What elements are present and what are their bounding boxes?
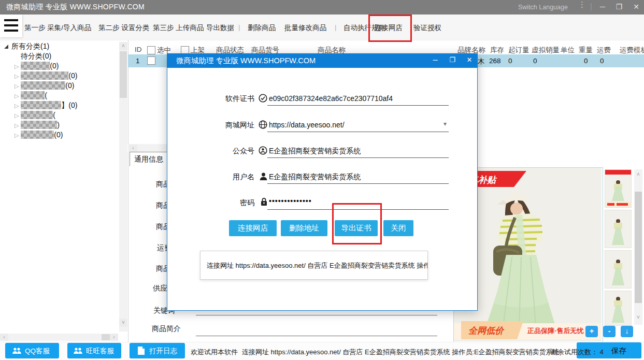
minimize-button[interactable]: ─ — [596, 3, 609, 11]
password-label: 密码 — [193, 198, 254, 208]
close-button[interactable]: ✕ — [629, 3, 643, 11]
thumbnail-scroll-thumb[interactable] — [635, 192, 642, 303]
qq-service-button[interactable]: QQ客服 — [5, 343, 59, 358]
username-input[interactable]: E企盈招商裂变营销卖货系统 — [269, 172, 361, 182]
sidebar-divider — [128, 40, 128, 342]
tree-item-masked[interactable]: ▷ ( — [15, 111, 55, 119]
tree-item-masked[interactable]: ▷ (0) — [15, 71, 77, 80]
row-virtual-sales: 0 — [533, 57, 537, 65]
sidebar-vscroll-thumb[interactable] — [120, 51, 127, 98]
price-badge-text: 全网低价 — [468, 326, 505, 336]
row-id: 1 — [136, 57, 140, 65]
scroll-right-icon[interactable]: › — [110, 334, 118, 341]
welcome-text: 欢迎试用本软件 — [191, 348, 238, 357]
tree-expanded-icon[interactable] — [4, 45, 8, 49]
col-header-stock[interactable]: 库存 — [490, 46, 504, 55]
dropdown-icon[interactable]: ▾ — [443, 120, 447, 127]
maximize-button[interactable]: ❐ — [612, 3, 626, 11]
menu-verify-auth[interactable]: 验证授权 — [413, 23, 441, 33]
sidebar-hscrollbar[interactable] — [0, 334, 118, 341]
public-account-input[interactable]: E企盈招商裂变营销卖货系统 — [269, 147, 361, 156]
product-thumbnail[interactable] — [605, 210, 632, 248]
shop-url-input[interactable]: https://data.yeesoo.net/ — [269, 121, 345, 129]
wangwang-service-button[interactable]: 旺旺客服 — [67, 343, 121, 358]
product-thumbnail[interactable] — [605, 291, 632, 326]
menu-dots-icon[interactable]: ⋮ — [578, 2, 584, 7]
people-icon — [74, 347, 82, 354]
scroll-down-icon[interactable]: ˅ — [119, 319, 127, 327]
sidebar-hscroll-thumb[interactable] — [102, 334, 110, 340]
tree-collapsed-icon[interactable]: ▷ — [15, 73, 19, 79]
col-header-unit[interactable]: 单位 — [561, 46, 575, 55]
field-label-fragment: 供应 — [153, 284, 167, 293]
tree-item-masked[interactable]: ▷ (0) — [15, 131, 63, 139]
globe-icon — [259, 120, 267, 129]
row-moq: 0 — [508, 57, 512, 65]
menu-step1-import[interactable]: 第一步 采集/导入商品 — [24, 23, 91, 33]
app-window: 微商城助理 专业版 WWW.SHOPFW.COM Switch Language… — [0, 0, 644, 360]
annotation-box-export-cert — [332, 203, 382, 244]
col-header-moq[interactable]: 起订量 — [508, 46, 529, 55]
scroll-down-icon[interactable]: ˅ — [634, 313, 642, 322]
delete-address-button[interactable]: 删除地址 — [281, 220, 327, 236]
scroll-left-icon[interactable]: ‹ — [0, 334, 8, 341]
open-log-button[interactable]: 打开日志 — [130, 343, 185, 358]
connection-status-text: 连接网址 https://data.yeesoo.net/ 自营店 E企盈招商裂… — [242, 348, 560, 357]
switch-language-button[interactable]: Switch Language — [518, 4, 568, 11]
tree-item-masked[interactable]: ▷ 】(0) — [15, 101, 77, 110]
tree-item-masked[interactable]: ▷ (0) — [15, 81, 74, 90]
connect-shop-button[interactable]: 连接网店 — [229, 220, 277, 236]
public-account-label: 公众号 — [193, 147, 254, 156]
menu-delete-product[interactable]: 删除商品 — [248, 23, 276, 33]
menu-batch-edit[interactable]: 批量修改商品 — [284, 23, 326, 33]
row-brand: 木 — [478, 57, 485, 66]
product-thumbnail[interactable] — [605, 169, 632, 208]
col-header-id[interactable]: ID — [135, 46, 142, 53]
document-icon — [138, 347, 145, 355]
password-input[interactable]: •••••••••••••• — [269, 197, 312, 205]
dialog-close-button[interactable]: ✕ — [463, 56, 476, 64]
tree-item-all-categories[interactable]: 所有分类(1) — [4, 42, 49, 51]
col-header-shipping-template[interactable]: 运费模板 — [620, 46, 644, 55]
tree-collapsed-icon[interactable]: ▷ — [15, 93, 19, 99]
col-header-virtual-sales[interactable]: 虚拟销量 — [532, 46, 560, 55]
tree-collapsed-icon[interactable]: ▷ — [15, 63, 19, 69]
dialog-maximize-button[interactable]: ❐ — [446, 56, 459, 64]
select-all-checkbox[interactable] — [147, 46, 155, 54]
cert-input[interactable]: e09c02f387324e82a6c7ce2307710af4 — [269, 94, 393, 103]
tree-collapsed-icon[interactable]: ▷ — [15, 103, 19, 109]
scroll-left-icon[interactable]: ‹ — [129, 145, 137, 152]
tree-item-pending[interactable]: 待分类(0) — [21, 52, 51, 61]
tree-collapsed-icon[interactable]: ▷ — [15, 122, 19, 128]
username-label: 用户名 — [193, 172, 254, 182]
scroll-up-icon[interactable]: ˄ — [634, 170, 642, 179]
product-thumbnail[interactable] — [605, 250, 632, 289]
scroll-up-icon[interactable]: ˄ — [119, 42, 127, 50]
row-stock: 268 — [489, 57, 501, 65]
dialog-title-bar: 微商城助理 专业版 WWW.SHOPFW.COM ─ ❐ ✕ — [167, 54, 477, 68]
tree-collapsed-icon[interactable]: ▷ — [15, 112, 19, 119]
col-header-shipping[interactable]: 运费 — [597, 46, 611, 55]
col-header-weight[interactable]: 重量 — [579, 46, 593, 55]
titlebar-separator: | — [590, 2, 592, 10]
tree-item-masked[interactable]: ▷ ( — [15, 91, 47, 99]
tree-item-masked[interactable]: ▷ (0) — [15, 62, 59, 70]
check-circle-icon — [259, 94, 267, 103]
remove-image-button[interactable]: - — [603, 326, 616, 337]
tree-item-masked[interactable]: ▷ ) — [15, 121, 60, 129]
intro-input[interactable] — [196, 336, 437, 336]
move-image-down-button[interactable]: ↓ — [621, 326, 633, 337]
keyword-input[interactable] — [196, 315, 437, 315]
tree-collapsed-icon[interactable]: ▷ — [15, 132, 19, 138]
row-checkbox[interactable] — [147, 56, 155, 65]
close-dialog-button[interactable]: 关闭 — [383, 220, 413, 236]
menu-step3-upload[interactable]: 第三步 上传商品 — [153, 23, 204, 33]
people-icon — [12, 347, 21, 354]
add-image-button[interactable]: + — [585, 326, 598, 337]
guarantee-text: 正品保障·售后无忧 — [527, 327, 584, 335]
dialog-minimize-button[interactable]: ─ — [429, 56, 441, 64]
menu-step2-category[interactable]: 第二步 设置分类 — [98, 23, 149, 33]
hamburger-menu-icon[interactable] — [0, 15, 22, 37]
tree-collapsed-icon[interactable]: ▷ — [15, 83, 19, 89]
menu-export-data[interactable]: 导出数据 — [206, 23, 234, 33]
